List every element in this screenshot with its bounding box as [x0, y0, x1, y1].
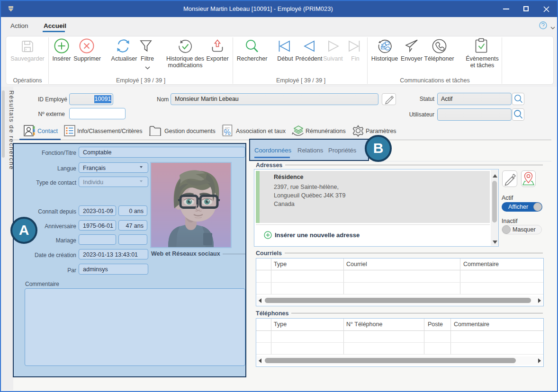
svg-text:%: % — [224, 128, 231, 136]
